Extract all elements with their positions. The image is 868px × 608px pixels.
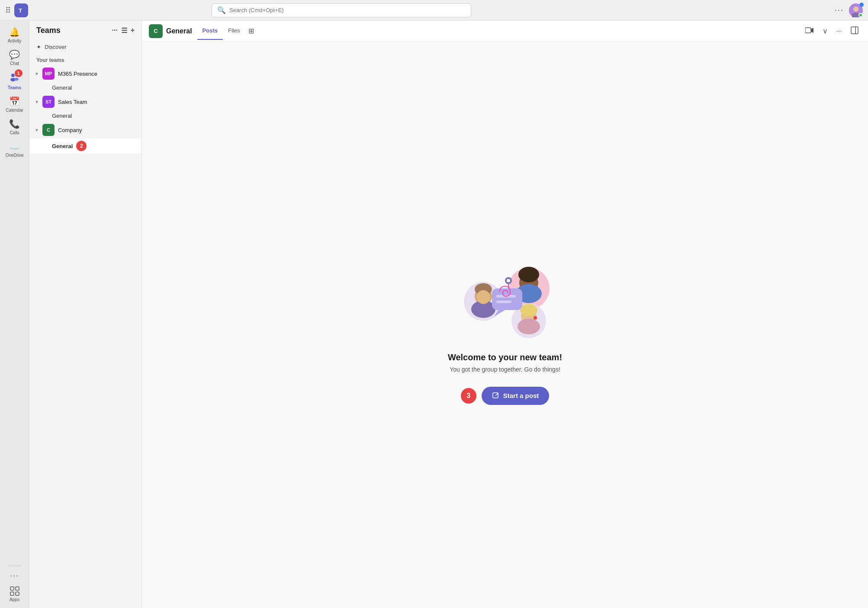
teams-logo: T [14,3,28,17]
svg-point-28 [518,319,540,334]
svg-rect-34 [496,301,511,303]
sidebar-add-button[interactable]: + [131,26,135,35]
header-more-button[interactable]: ··· [834,26,845,37]
teams-icon-wrap: 1 [10,72,20,84]
svg-line-39 [495,393,498,396]
search-input[interactable] [229,7,466,13]
video-call-button[interactable] [803,25,817,37]
channel-m365-general[interactable]: General [29,82,141,93]
sidebar-item-more[interactable]: ··· [3,569,27,583]
welcome-subtitle: You got the group together. Go do things… [450,366,560,373]
svg-point-25 [518,267,539,282]
more-options-button[interactable]: ··· [835,6,844,15]
topbar-right: ··· [835,3,863,17]
team-sales-chevron: ▼ [35,100,39,104]
left-rail: 🔔 Activity 💬 Chat 1 Teams 📅 Calendar [0,21,29,608]
svg-point-21 [476,290,490,304]
svg-rect-13 [805,28,811,33]
activity-icon: 🔔 [9,27,20,37]
sidebar-item-chat[interactable]: 💬 Chat [3,47,27,68]
sidebar-title: Teams [36,26,61,35]
svg-rect-10 [16,587,19,590]
channel-sales-general[interactable]: General [29,110,141,121]
sidebar-item-calls[interactable]: 📞 Calls [3,116,27,138]
svg-point-36 [507,279,510,282]
discover-icon: ✦ [36,44,41,50]
search-icon: 🔍 [217,6,226,14]
onedrive-label: OneDrive [5,153,23,158]
team-sales-name: Sales Team [58,99,87,105]
svg-point-5 [11,74,15,77]
your-teams-label: Your teams [29,54,141,65]
notification-dot [859,3,864,7]
calendar-icon: 📅 [9,96,20,107]
svg-point-30 [534,316,537,320]
svg-rect-9 [10,587,14,590]
sidebar-item-onedrive[interactable]: ☁️ OneDrive [3,139,27,160]
sidebar-item-apps[interactable]: Apps [3,584,27,605]
sidebar-filter-button[interactable]: ☰ [121,26,127,35]
sidebar-more-button[interactable]: ··· [112,26,117,35]
start-post-wrap: 3 Start a post [461,387,550,405]
teams-label: Teams [8,85,21,90]
svg-rect-11 [10,592,14,595]
start-post-button[interactable]: Start a post [482,387,550,405]
svg-point-3 [853,6,858,12]
team-m365-avatar: MP [42,68,55,80]
svg-rect-12 [16,592,19,595]
team-m365-row[interactable]: ▼ MP M365 Presence [29,65,141,82]
channel-company-general-label: General [52,143,73,149]
sidebar-header: Teams ··· ☰ + [29,21,141,40]
sidebar: Teams ··· ☰ + ✦ Discover Your teams ▼ MP… [29,21,142,608]
discover-item[interactable]: ✦ Discover [29,40,141,54]
user-avatar-wrap [849,3,863,17]
calls-icon: 📞 [9,119,20,129]
channel-header-right: ∨ ··· [803,25,861,38]
channel-header: C General Posts Files ⊞ ∨ ··· [142,21,868,42]
apps-label: Apps [10,597,19,602]
team-m365: ▼ MP M365 Presence General [29,65,141,93]
sidebar-item-activity[interactable]: 🔔 Activity [3,24,27,46]
step-badge-3: 3 [461,388,476,404]
teams-badge: 1 [15,69,23,77]
calls-label: Calls [10,130,19,135]
calendar-label: Calendar [6,108,23,113]
tab-add-button[interactable]: ⊞ [245,23,257,39]
expand-button[interactable]: ∨ [820,25,830,37]
team-company-row[interactable]: ▼ C Company [29,121,141,139]
discover-label: Discover [45,44,67,50]
sidebar-item-teams[interactable]: 1 Teams [3,69,27,93]
svg-text:T: T [19,7,22,14]
channel-name: General [166,27,192,35]
sidebar-header-actions: ··· ☰ + [112,26,135,35]
onedrive-icon: ☁️ [9,141,20,152]
svg-point-8 [14,78,19,81]
main-content: C General Posts Files ⊞ ∨ ··· [142,21,868,608]
team-company-name: Company [58,127,82,133]
grid-icon[interactable]: ⠿ [5,6,11,15]
activity-label: Activity [8,39,22,43]
team-sales: ▼ ST Sales Team General [29,93,141,121]
apps-icon [10,586,19,596]
channel-avatar: C [149,24,163,38]
chat-icon: 💬 [9,49,20,60]
open-panel-button[interactable] [848,25,861,38]
team-sales-row[interactable]: ▼ ST Sales Team [29,93,141,110]
team-m365-chevron: ▼ [35,71,39,76]
step-badge-2: 2 [76,141,87,151]
team-m365-name: M365 Presence [58,71,97,77]
channel-company-general[interactable]: General 2 [29,139,141,153]
status-indicator [858,13,863,17]
svg-point-29 [520,304,537,316]
content-area: Welcome to your new team! You got the gr… [142,42,868,608]
sidebar-item-calendar[interactable]: 📅 Calendar [3,94,27,115]
svg-rect-15 [851,27,858,34]
topbar: ⠿ T 🔍 ··· [0,0,868,21]
tab-files[interactable]: Files [223,22,245,40]
edit-icon [492,392,500,400]
svg-marker-14 [811,28,813,33]
team-sales-avatar: ST [42,96,55,108]
search-bar[interactable]: 🔍 [212,3,471,17]
tab-posts[interactable]: Posts [197,22,223,40]
activity-icon-wrap: 🔔 [9,27,20,37]
